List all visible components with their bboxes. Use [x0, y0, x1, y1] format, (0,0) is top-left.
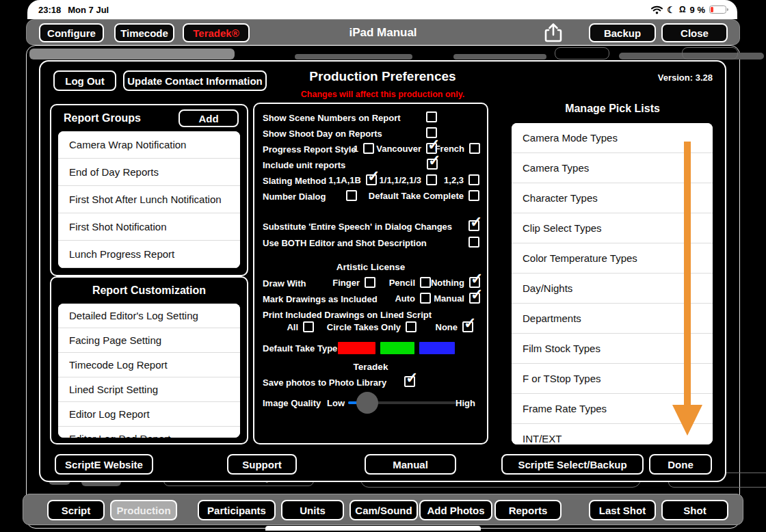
- checkbox-number-dialog[interactable]: [346, 190, 357, 201]
- checkbox-print-none[interactable]: [462, 321, 473, 332]
- checkbox-print-circle-takes[interactable]: [406, 321, 417, 332]
- teradek-section-title: Teradek: [261, 362, 480, 375]
- checkbox-mark-manual[interactable]: [469, 293, 480, 304]
- setting-label: Image Quality: [263, 398, 321, 408]
- checkbox-substitute-entire-speech[interactable]: [468, 220, 479, 231]
- tab-reports[interactable]: Reports: [494, 500, 562, 520]
- report-customization-item[interactable]: Editor Log Report: [58, 402, 240, 427]
- tab-cam-sound[interactable]: Cam/Sound: [349, 500, 418, 520]
- checkbox-style-french[interactable]: [469, 143, 480, 154]
- status-date: Mon 7 Jul: [68, 5, 109, 15]
- report-customization-item[interactable]: Timecode Log Report: [58, 353, 240, 377]
- setting-label: Print Included Drawings on Lined Script: [263, 310, 432, 320]
- artistic-license-title: Artistic License: [261, 262, 480, 276]
- setting-label: Use BOTH Editor and Shot Description: [263, 238, 427, 248]
- tab-participants[interactable]: Participants: [198, 500, 276, 520]
- report-groups-list: Camera Wrap NotificationEnd of Day Repor…: [58, 131, 240, 268]
- checkbox-style-1[interactable]: [363, 143, 374, 154]
- report-customization-item[interactable]: Lined Script Setting: [58, 377, 240, 402]
- setting-label: Save photos to Photo Library: [263, 377, 386, 388]
- battery-percent: 9 %: [690, 5, 705, 15]
- manage-pick-lists-title: Manage Pick Lists: [511, 103, 714, 115]
- shot-button[interactable]: Shot: [661, 500, 728, 520]
- tab-units[interactable]: Units: [281, 500, 344, 520]
- pick-list-item[interactable]: INT/EXT: [512, 424, 713, 444]
- manual-button[interactable]: Manual: [365, 454, 456, 475]
- pick-list-item[interactable]: Departments: [512, 304, 713, 334]
- done-button[interactable]: Done: [649, 454, 712, 475]
- checkbox-slating-1-2-3[interactable]: [468, 174, 479, 185]
- report-group-item[interactable]: First Shot After Lunch Notification: [58, 186, 240, 213]
- image-quality-slider[interactable]: [348, 401, 456, 404]
- production-preferences-dialog: Log Out Update Contact Information Produ…: [39, 60, 726, 482]
- slider-knob[interactable]: [356, 392, 378, 414]
- background-fragment: [29, 49, 235, 59]
- pick-list-item[interactable]: Camera Types: [512, 153, 713, 183]
- top-toolbar: Configure Timecode Teradek® iPad Manual …: [26, 19, 740, 45]
- checkbox-draw-pencil[interactable]: [420, 277, 431, 288]
- report-customization-title: Report Customization: [92, 284, 206, 297]
- close-button[interactable]: Close: [661, 23, 728, 42]
- headset-icon: Ω: [679, 5, 686, 14]
- support-button[interactable]: Support: [227, 454, 297, 475]
- take-type-blue-swatch[interactable]: [419, 342, 455, 354]
- pick-list-item[interactable]: F or TStop Types: [512, 364, 713, 394]
- background-fragment: [682, 47, 738, 59]
- report-groups-panel: Report Groups Add Camera Wrap Notificati…: [50, 104, 248, 276]
- pick-list-item[interactable]: Camera Mode Types: [512, 123, 713, 153]
- pick-list-item[interactable]: Frame Rate Types: [512, 394, 713, 424]
- last-shot-button[interactable]: Last Shot: [589, 500, 656, 520]
- report-customization-item[interactable]: Detailed Editor's Log Setting: [58, 304, 240, 328]
- image-quality-low-label: Low: [327, 398, 345, 408]
- pick-list-item[interactable]: Clip Select Types: [512, 213, 713, 243]
- report-customization-item[interactable]: Editor Log Pad Report: [58, 427, 240, 438]
- status-bar: 23:18 Mon 7 Jul ☾ Ω 9 %: [27, 0, 737, 19]
- take-type-red-swatch[interactable]: [338, 342, 375, 354]
- checkbox-include-unit-reports[interactable]: [427, 159, 438, 170]
- report-customization-panel: Report Customization Detailed Editor's L…: [50, 276, 248, 444]
- report-group-item[interactable]: End of Day Reports: [58, 159, 240, 186]
- version-label: Version: 3.28: [658, 72, 713, 83]
- report-group-item[interactable]: First Shot Notification: [58, 213, 240, 241]
- image-quality-high-label: High: [455, 398, 475, 408]
- setting-label: Include unit reports: [263, 160, 345, 170]
- report-group-item[interactable]: Camera Wrap Notification: [58, 131, 240, 159]
- tab-add-photos[interactable]: Add Photos: [419, 500, 492, 520]
- background-fragment: [295, 54, 412, 59]
- report-customization-list: Detailed Editor's Log SettingFacing Page…: [58, 304, 240, 438]
- bottom-toolbar: Script Production Participants Units Cam…: [23, 494, 743, 525]
- tab-script[interactable]: Script: [47, 500, 105, 520]
- add-report-group-button[interactable]: Add: [179, 109, 239, 127]
- battery-icon: [709, 5, 726, 14]
- pick-list-item[interactable]: Film Stock Types: [512, 334, 713, 364]
- scripte-website-button[interactable]: ScriptE Website: [55, 454, 153, 475]
- pick-list-item[interactable]: Character Types: [512, 183, 713, 213]
- pick-list-item[interactable]: Color Temperature Types: [512, 243, 713, 274]
- setting-label: Number Dialog: [263, 191, 326, 202]
- checkbox-slating-1-1a-1b[interactable]: [366, 174, 377, 185]
- checkbox-use-both[interactable]: [468, 237, 479, 248]
- checkbox-print-all[interactable]: [303, 321, 314, 332]
- tab-production[interactable]: Production: [110, 500, 177, 520]
- wifi-icon: [651, 5, 663, 14]
- share-icon[interactable]: [544, 23, 562, 43]
- status-time: 23:18: [38, 5, 61, 15]
- pick-lists: Camera Mode TypesCamera TypesCharacter T…: [512, 123, 713, 444]
- checkbox-default-take-complete[interactable]: [468, 190, 479, 201]
- setting-label: Show Shoot Day on Reports: [263, 129, 382, 139]
- take-type-green-swatch[interactable]: [380, 342, 414, 354]
- checkbox-mark-auto[interactable]: [420, 293, 431, 304]
- checkbox-slating-fractions[interactable]: [426, 174, 437, 185]
- setting-label: Progress Report Style: [263, 144, 356, 155]
- checkbox-draw-finger[interactable]: [365, 277, 375, 288]
- report-group-item[interactable]: Lunch Progress Report: [58, 241, 240, 268]
- checkbox-save-photos[interactable]: [404, 376, 415, 387]
- setting-label: Substitute 'Entire Speech' in Dialog Cha…: [263, 222, 452, 232]
- home-indicator: [265, 526, 481, 531]
- checkbox-show-scene-numbers[interactable]: [426, 111, 437, 122]
- backup-button[interactable]: Backup: [589, 23, 656, 42]
- scripte-select-backup-button[interactable]: ScriptE Select/Backup: [501, 454, 644, 475]
- pick-list-item[interactable]: Day/Nights: [512, 274, 713, 304]
- setting-label: Draw With: [263, 278, 306, 289]
- report-customization-item[interactable]: Facing Page Setting: [58, 328, 240, 353]
